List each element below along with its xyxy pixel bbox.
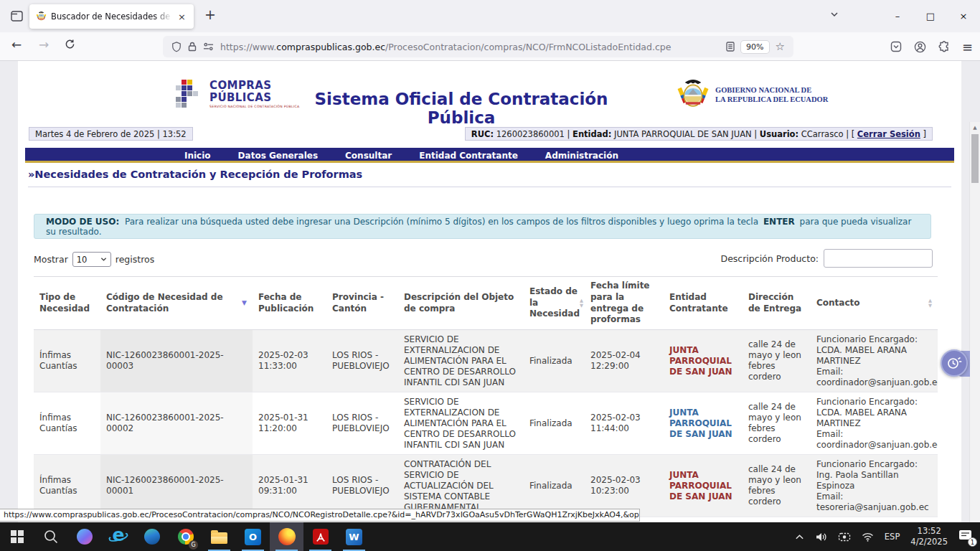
tracking-shield-icon[interactable] bbox=[171, 42, 182, 52]
column-label: Fecha límite para la entrega de proforma… bbox=[590, 281, 658, 325]
firefox-view-icon[interactable] bbox=[8, 7, 25, 24]
bookmark-star-icon[interactable]: ☆ bbox=[776, 40, 785, 53]
page-title: Sistema Oficial de Contratación Pública bbox=[303, 90, 619, 127]
notification-center-button[interactable]: 1 bbox=[958, 529, 974, 544]
nav-item-inicio[interactable]: Inicio bbox=[172, 149, 223, 162]
column-label: Provincia - Cantón bbox=[332, 292, 392, 314]
taskbar-outlook-button[interactable]: O bbox=[236, 522, 270, 551]
column-header-descripcion[interactable]: Descripción del Objeto de compra bbox=[398, 277, 524, 329]
column-header-contacto[interactable]: Contacto▲▼ bbox=[811, 277, 938, 329]
column-label: Descripción del Objeto de compra bbox=[404, 292, 518, 314]
nav-item-datos-generales[interactable]: Datos Generales bbox=[226, 149, 330, 162]
table-row: Ínfimas CuantíasNIC-1260023860001-2025-0… bbox=[34, 455, 938, 517]
sort-desc-icon: ▼ bbox=[242, 299, 247, 308]
nav-item-consultar[interactable]: Consultar bbox=[333, 149, 404, 162]
entity-link[interactable]: JUNTA PARROQUIAL DE SAN JUAN bbox=[669, 470, 732, 501]
entity-link[interactable]: JUNTA PARROQUIAL DE SAN JUAN bbox=[669, 408, 732, 439]
column-header-entidad[interactable]: Entidad Contratante bbox=[664, 277, 743, 329]
column-label: Dirección de Entrega bbox=[748, 292, 805, 314]
pocket-icon[interactable] bbox=[890, 41, 902, 52]
column-header-codigo[interactable]: Código de Necesidad de Contratación▼ bbox=[100, 277, 253, 329]
volume-icon[interactable] bbox=[815, 532, 827, 542]
product-filter: Descripción Producto: bbox=[721, 249, 933, 268]
cell-codigo: NIC-1260023860001-2025-00001 bbox=[100, 455, 253, 517]
taskbar-copilot-button[interactable] bbox=[67, 522, 101, 551]
start-button[interactable] bbox=[0, 522, 34, 551]
clock-widget-button[interactable] bbox=[941, 349, 968, 377]
account-icon[interactable] bbox=[914, 41, 926, 53]
column-header-fecha_limite[interactable]: Fecha límite para la entrega de proforma… bbox=[585, 277, 664, 329]
column-header-tipo[interactable]: Tipo de Necesidad bbox=[34, 277, 100, 329]
notification-count-badge: 1 bbox=[968, 537, 977, 547]
cell-tipo: Ínfimas Cuantías bbox=[34, 471, 100, 501]
column-header-direccion[interactable]: Dirección de Entrega bbox=[743, 277, 811, 329]
zoom-level-badge[interactable]: 90% bbox=[741, 41, 768, 53]
system-tray: ESP 13:52 4/2/2025 1 bbox=[795, 526, 980, 547]
reload-button[interactable] bbox=[65, 39, 75, 50]
page-scrollbar[interactable]: ▲ ▼ bbox=[969, 122, 980, 522]
logo-tagline: SERVICIO NACIONAL DE CONTRATACIÓN PÚBLIC… bbox=[209, 105, 299, 108]
table-row: Ínfimas CuantíasNIC-1260023860001-2025-0… bbox=[34, 330, 938, 392]
url-bar[interactable]: https://www.compraspublicas.gob.ec/Proce… bbox=[163, 36, 793, 57]
url-text[interactable]: https://www.compraspublicas.gob.ec/Proce… bbox=[220, 42, 720, 52]
minimize-button[interactable]: – bbox=[881, 0, 914, 32]
back-button[interactable]: ← bbox=[11, 37, 22, 52]
cell-fecha_pub: 2025-01-31 09:31:00 bbox=[253, 471, 326, 501]
permissions-icon[interactable] bbox=[203, 42, 214, 51]
menu-hamburger-icon[interactable]: ≡ bbox=[962, 39, 973, 55]
reader-view-icon[interactable] bbox=[726, 42, 735, 52]
taskbar-edge-button[interactable] bbox=[135, 522, 169, 551]
meet-now-icon[interactable] bbox=[838, 532, 851, 542]
cell-fecha_pub: 2025-01-31 11:20:00 bbox=[253, 408, 326, 438]
taskbar-acrobat-button[interactable] bbox=[303, 522, 337, 551]
tab-title: Buscador de Necesidades de Co bbox=[51, 11, 172, 22]
records-per-page-select[interactable]: 10 bbox=[72, 252, 111, 267]
tab-close-icon[interactable]: × bbox=[176, 11, 187, 22]
sort-both-icon: ▲▼ bbox=[928, 298, 932, 309]
logout-link[interactable]: Cerrar Sesión bbox=[857, 129, 920, 139]
language-indicator[interactable]: ESP bbox=[885, 532, 900, 542]
taskbar-firefox-button[interactable] bbox=[270, 522, 303, 551]
taskbar-word-button[interactable]: W bbox=[337, 522, 371, 551]
nav-item-entidad-contratante[interactable]: Entidad Contratante bbox=[407, 149, 530, 162]
cell-direccion: calle 24 de mayo y leon febres cordero bbox=[743, 335, 811, 387]
windows-logo-icon bbox=[11, 530, 24, 543]
cell-descripcion: SERVICIO DE EXTERNALIZACION DE ALIMENTAC… bbox=[398, 392, 524, 455]
web-page: COMPRAS PÚBLICAS SERVICIO NACIONAL DE CO… bbox=[0, 61, 980, 522]
taskbar-search-button[interactable] bbox=[34, 522, 67, 551]
taskbar-file-explorer-button[interactable] bbox=[202, 522, 236, 551]
cell-descripcion: SERVICIO DE EXTERNALIZACION DE ALIMENTAC… bbox=[398, 330, 524, 392]
new-tab-button[interactable]: + bbox=[201, 6, 220, 22]
cell-fecha_limite: 2025-02-03 11:44:00 bbox=[585, 408, 664, 438]
list-tabs-icon[interactable] bbox=[829, 9, 839, 19]
column-header-provincia[interactable]: Provincia - Cantón bbox=[326, 277, 398, 329]
browser-status-bar: https://www.compraspublicas.gob.ec/Proce… bbox=[0, 509, 640, 522]
forward-button[interactable]: → bbox=[39, 37, 49, 52]
product-description-input[interactable] bbox=[824, 249, 933, 268]
tray-chevron-up-icon[interactable] bbox=[795, 533, 804, 541]
browser-tab[interactable]: Buscador de Necesidades de Co × bbox=[29, 4, 194, 29]
scrollbar-thumb[interactable] bbox=[971, 134, 979, 183]
column-header-fecha_pub[interactable]: Fecha de Publicación bbox=[253, 277, 326, 329]
contact-line: Funcionario Encargado: Ing. Paola Santil… bbox=[816, 459, 932, 491]
entity-link[interactable]: JUNTA PARROQUIAL DE SAN JUAN bbox=[669, 345, 732, 377]
lock-icon[interactable] bbox=[188, 42, 197, 52]
wifi-icon[interactable] bbox=[862, 532, 874, 542]
cell-direccion: calle 24 de mayo y leon febres cordero bbox=[743, 397, 811, 449]
cell-estado: Finalizada bbox=[524, 352, 585, 371]
nav-item-administración[interactable]: Administración bbox=[533, 149, 631, 162]
word-icon: W bbox=[346, 529, 362, 545]
cell-fecha_limite: 2025-02-04 12:29:00 bbox=[585, 346, 664, 376]
taskbar-clock[interactable]: 13:52 4/2/2025 bbox=[910, 526, 948, 547]
column-header-estado[interactable]: Estado de la Necesidad▲▼ bbox=[524, 277, 585, 329]
extensions-icon[interactable] bbox=[938, 41, 950, 52]
scroll-up-icon[interactable]: ▲ bbox=[970, 122, 980, 133]
session-bar: RUC: 1260023860001 | Entidad: JUNTA PARR… bbox=[465, 127, 933, 141]
close-button[interactable]: × bbox=[947, 0, 980, 32]
taskbar-chrome-button[interactable]: G bbox=[169, 522, 202, 551]
maximize-button[interactable]: □ bbox=[914, 0, 947, 32]
taskbar-internet-explorer-button[interactable]: e bbox=[101, 522, 135, 551]
acrobat-icon bbox=[313, 529, 329, 545]
cell-descripcion: CONTRATACIÓN DEL SERVICIO DE ACTUALIZACI… bbox=[398, 455, 524, 517]
firefox-icon bbox=[278, 528, 296, 545]
